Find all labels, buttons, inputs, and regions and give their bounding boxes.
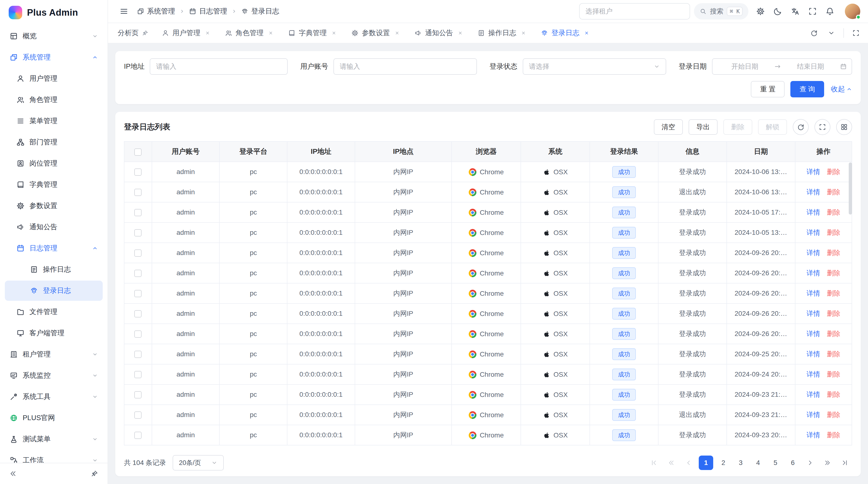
account-input[interactable] xyxy=(334,58,477,75)
select-all-checkbox[interactable] xyxy=(134,149,142,156)
notifications-button[interactable] xyxy=(822,3,838,20)
detail-link[interactable]: 详情 xyxy=(807,391,820,398)
sidebar-item[interactable]: 租户管理 xyxy=(5,344,103,364)
sidebar-item[interactable]: 客户端管理 xyxy=(5,323,103,343)
delete-link[interactable]: 删除 xyxy=(827,370,840,378)
detail-link[interactable]: 详情 xyxy=(807,350,820,358)
refresh-table-button[interactable] xyxy=(793,119,809,135)
avatar[interactable] xyxy=(845,4,860,19)
settings-button[interactable] xyxy=(752,3,769,20)
detail-link[interactable]: 详情 xyxy=(807,229,820,236)
detail-link[interactable]: 详情 xyxy=(807,310,820,317)
delete-button[interactable]: 删除 xyxy=(723,119,752,135)
tab[interactable]: 参数设置 xyxy=(345,23,408,43)
row-checkbox[interactable] xyxy=(134,229,142,236)
sidebar-item[interactable]: 工作流 xyxy=(5,450,103,463)
sidebar-item[interactable]: 菜单管理 xyxy=(5,111,103,131)
delete-link[interactable]: 删除 xyxy=(827,249,840,256)
page-button[interactable]: 3 xyxy=(734,456,748,470)
column-settings-button[interactable] xyxy=(836,119,852,135)
row-checkbox[interactable] xyxy=(134,330,142,338)
tab-actions-button[interactable] xyxy=(823,25,840,41)
sidebar-item[interactable]: 岗位管理 xyxy=(5,153,103,173)
close-tab-icon[interactable] xyxy=(330,29,338,37)
collapse-sidebar-button[interactable] xyxy=(5,465,21,482)
first-page-button[interactable] xyxy=(647,456,661,470)
page-button[interactable]: 5 xyxy=(768,456,783,470)
theme-toggle-button[interactable] xyxy=(770,3,786,20)
table-scrollbar[interactable] xyxy=(849,162,852,449)
tab[interactable]: 字典管理 xyxy=(281,23,345,43)
reset-button[interactable]: 重 置 xyxy=(751,81,784,97)
next-page-button[interactable] xyxy=(803,456,817,470)
scrollbar-thumb[interactable] xyxy=(849,162,852,215)
sidebar-item[interactable]: 系统管理 xyxy=(5,47,103,67)
delete-link[interactable]: 删除 xyxy=(827,229,840,236)
sidebar-item[interactable]: 字典管理 xyxy=(5,174,103,195)
language-button[interactable] xyxy=(787,3,803,20)
delete-link[interactable]: 删除 xyxy=(827,391,840,398)
delete-link[interactable]: 删除 xyxy=(827,168,840,175)
delete-link[interactable]: 删除 xyxy=(827,411,840,418)
export-button[interactable]: 导出 xyxy=(689,119,717,135)
tab[interactable]: 操作日志 xyxy=(471,23,534,43)
row-checkbox[interactable] xyxy=(134,351,142,358)
sidebar-item[interactable]: 通知公告 xyxy=(5,217,103,237)
query-button[interactable]: 查 询 xyxy=(790,81,824,97)
search-button[interactable]: 搜索 ⌘ K xyxy=(694,3,748,20)
page-button[interactable]: 4 xyxy=(751,456,765,470)
detail-link[interactable]: 详情 xyxy=(807,208,820,216)
sidebar-item[interactable]: 操作日志 xyxy=(5,259,103,280)
row-checkbox[interactable] xyxy=(134,270,142,277)
tab[interactable]: 登录日志 xyxy=(534,23,597,43)
delete-link[interactable]: 删除 xyxy=(827,310,840,317)
fullscreen-table-button[interactable] xyxy=(814,119,830,135)
detail-link[interactable]: 详情 xyxy=(807,168,820,175)
sidebar-item[interactable]: 参数设置 xyxy=(5,196,103,216)
tab[interactable]: 通知公告 xyxy=(408,23,471,43)
row-checkbox[interactable] xyxy=(134,432,142,439)
breadcrumb-item[interactable]: 日志管理 xyxy=(189,6,227,16)
sidebar-item[interactable]: 角色管理 xyxy=(5,90,103,110)
page-button[interactable]: 1 xyxy=(699,456,713,470)
delete-link[interactable]: 删除 xyxy=(827,188,840,196)
row-checkbox[interactable] xyxy=(134,391,142,398)
delete-link[interactable]: 删除 xyxy=(827,208,840,216)
login-status-select[interactable]: 请选择 xyxy=(523,58,666,75)
tab[interactable]: 分析页 xyxy=(111,23,155,43)
close-tab-icon[interactable] xyxy=(204,29,212,37)
row-checkbox[interactable] xyxy=(134,412,142,419)
sidebar-item[interactable]: 部门管理 xyxy=(5,132,103,152)
delete-link[interactable]: 删除 xyxy=(827,350,840,358)
previous-page-button[interactable] xyxy=(681,456,696,470)
close-tab-icon[interactable] xyxy=(457,29,464,37)
collapse-filter-link[interactable]: 收起 xyxy=(831,84,852,94)
close-tab-icon[interactable] xyxy=(267,29,275,37)
detail-link[interactable]: 详情 xyxy=(807,249,820,256)
row-checkbox[interactable] xyxy=(134,189,142,196)
page-button[interactable]: 6 xyxy=(785,456,800,470)
sidebar-item[interactable]: 系统工具 xyxy=(5,387,103,407)
detail-link[interactable]: 详情 xyxy=(807,411,820,418)
login-date-range-picker[interactable]: 开始日期 结束日期 xyxy=(712,58,852,75)
detail-link[interactable]: 详情 xyxy=(807,330,820,337)
sidebar-item[interactable]: 文件管理 xyxy=(5,302,103,322)
refresh-tabs-button[interactable] xyxy=(806,25,822,41)
delete-link[interactable]: 删除 xyxy=(827,269,840,277)
detail-link[interactable]: 详情 xyxy=(807,431,820,439)
breadcrumb-item[interactable]: 系统管理 xyxy=(137,6,175,16)
pin-sidebar-button[interactable] xyxy=(86,465,103,482)
row-checkbox[interactable] xyxy=(134,290,142,297)
detail-link[interactable]: 详情 xyxy=(807,269,820,277)
page-button[interactable]: 2 xyxy=(716,456,731,470)
row-checkbox[interactable] xyxy=(134,209,142,216)
clear-button[interactable]: 清空 xyxy=(654,119,683,135)
hamburger-menu-button[interactable] xyxy=(116,3,132,20)
close-tab-icon[interactable] xyxy=(520,29,527,37)
fullscreen-button[interactable] xyxy=(804,3,821,20)
unlock-button[interactable]: 解锁 xyxy=(758,119,787,135)
maximize-content-button[interactable] xyxy=(848,25,864,41)
ip-address-input[interactable] xyxy=(150,58,288,75)
sidebar-item[interactable]: 系统监控 xyxy=(5,365,103,386)
delete-link[interactable]: 删除 xyxy=(827,431,840,439)
